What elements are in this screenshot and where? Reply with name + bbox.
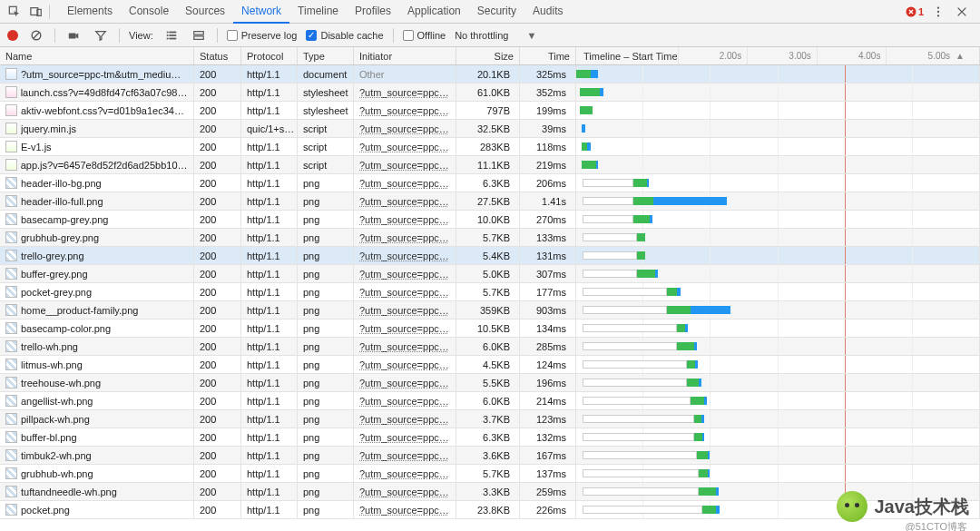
view-list-icon[interactable] bbox=[162, 26, 181, 44]
request-initiator[interactable]: ?utm_source=ppc… bbox=[359, 305, 449, 316]
request-protocol: http/1.1 bbox=[241, 338, 298, 355]
table-row[interactable]: pocket.png200http/1.1png?utm_source=ppc…… bbox=[0, 501, 980, 519]
col-time[interactable]: Time bbox=[520, 47, 576, 64]
request-initiator[interactable]: ?utm_source=ppc… bbox=[359, 414, 449, 425]
kebab-menu-icon[interactable] bbox=[929, 3, 947, 21]
table-row[interactable]: home__product-family.png200http/1.1png?u… bbox=[0, 301, 980, 320]
request-protocol: http/1.1 bbox=[241, 447, 298, 464]
request-initiator[interactable]: ?utm_source=ppc… bbox=[359, 287, 449, 298]
request-name: header-illo-bg.png bbox=[21, 178, 102, 189]
table-row[interactable]: grubhub-grey.png200http/1.1png?utm_sourc… bbox=[0, 229, 980, 247]
request-initiator[interactable]: ?utm_source=ppc… bbox=[359, 251, 449, 261]
request-initiator[interactable]: ?utm_source=ppc… bbox=[359, 341, 449, 352]
col-size[interactable]: Size bbox=[456, 47, 520, 64]
record-button[interactable] bbox=[7, 30, 18, 41]
table-row[interactable]: app.js?v=6457e8d52f2d6ad25bb10c…200http/… bbox=[0, 156, 980, 174]
table-row[interactable]: grubhub-wh.png200http/1.1png?utm_source=… bbox=[0, 465, 980, 483]
col-waterfall[interactable]: Timeline – Start Time 2.00s3.00s4.00s5.0… bbox=[576, 47, 980, 64]
request-initiator[interactable]: ?utm_source=ppc… bbox=[359, 450, 449, 461]
request-initiator[interactable]: ?utm_source=ppc… bbox=[359, 123, 449, 134]
table-row[interactable]: trello-grey.png200http/1.1png?utm_source… bbox=[0, 247, 980, 265]
watermark-subtext: @51CTO博客 bbox=[906, 520, 967, 531]
request-initiator[interactable]: ?utm_source=ppc… bbox=[359, 378, 449, 388]
request-initiator[interactable]: ?utm_source=ppc… bbox=[359, 269, 449, 280]
clear-icon[interactable] bbox=[27, 26, 45, 44]
table-row[interactable]: angellist-wh.png200http/1.1png?utm_sourc… bbox=[0, 392, 980, 410]
tab-security[interactable]: Security bbox=[469, 0, 524, 24]
table-row[interactable]: aktiv-webfont.css?v=d01b9a1ec347…200http… bbox=[0, 102, 980, 120]
table-row[interactable]: trello-wh.png200http/1.1png?utm_source=p… bbox=[0, 338, 980, 356]
table-row[interactable]: header-illo-full.png200http/1.1png?utm_s… bbox=[0, 192, 980, 211]
request-type: png bbox=[298, 192, 354, 210]
request-initiator[interactable]: ?utm_source=ppc… bbox=[359, 323, 449, 334]
col-status[interactable]: Status bbox=[194, 47, 241, 64]
tab-audits[interactable]: Audits bbox=[524, 0, 571, 24]
timing-bar-hollow bbox=[583, 433, 693, 441]
table-row[interactable]: buffer-bl.png200http/1.1png?utm_source=p… bbox=[0, 428, 980, 447]
offline-checkbox[interactable]: Offline bbox=[403, 30, 446, 41]
inspect-icon[interactable] bbox=[5, 3, 24, 21]
table-row[interactable]: timbuk2-wh.png200http/1.1png?utm_source=… bbox=[0, 447, 980, 465]
request-initiator[interactable]: ?utm_source=ppc… bbox=[359, 178, 449, 189]
table-row[interactable]: launch.css?v=49d8fd47cf63a07c986…200http… bbox=[0, 84, 980, 102]
request-name: header-illo-full.png bbox=[21, 196, 103, 207]
camera-icon[interactable] bbox=[64, 26, 83, 44]
tab-network[interactable]: Network bbox=[233, 0, 289, 24]
request-initiator[interactable]: ?utm_source=ppc… bbox=[359, 105, 449, 116]
request-initiator[interactable]: ?utm_source=ppc… bbox=[359, 432, 449, 443]
error-badge[interactable]: 1 bbox=[906, 6, 924, 17]
col-name[interactable]: Name bbox=[0, 47, 194, 64]
waterfall-cell bbox=[576, 65, 980, 83]
svg-rect-8 bbox=[69, 33, 76, 38]
tab-elements[interactable]: Elements bbox=[59, 0, 121, 24]
request-time: 903ms bbox=[520, 301, 576, 319]
disable-cache-checkbox[interactable]: Disable cache bbox=[306, 30, 383, 41]
file-type-icon bbox=[5, 86, 17, 98]
tab-profiles[interactable]: Profiles bbox=[347, 0, 399, 24]
load-event-line bbox=[845, 410, 846, 428]
col-protocol[interactable]: Protocol bbox=[241, 47, 298, 64]
request-status: 200 bbox=[194, 283, 241, 300]
table-row[interactable]: treehouse-wh.png200http/1.1png?utm_sourc… bbox=[0, 374, 980, 392]
tab-console[interactable]: Console bbox=[121, 0, 177, 24]
table-row[interactable]: buffer-grey.png200http/1.1png?utm_source… bbox=[0, 265, 980, 283]
preserve-log-checkbox[interactable]: Preserve log bbox=[227, 30, 298, 41]
table-row[interactable]: basecamp-color.png200http/1.1png?utm_sou… bbox=[0, 320, 980, 338]
request-type: png bbox=[298, 410, 354, 428]
request-initiator[interactable]: ?utm_source=ppc… bbox=[359, 232, 449, 243]
table-row[interactable]: pillpack-wh.png200http/1.1png?utm_source… bbox=[0, 410, 980, 428]
request-initiator[interactable]: ?utm_source=ppc… bbox=[359, 396, 449, 407]
request-initiator[interactable]: ?utm_source=ppc… bbox=[359, 87, 449, 98]
request-initiator[interactable]: ?utm_source=ppc… bbox=[359, 214, 449, 225]
request-protocol: http/1.1 bbox=[241, 320, 298, 337]
table-row[interactable]: E-v1.js200http/1.1script?utm_source=ppc…… bbox=[0, 138, 980, 156]
tab-timeline[interactable]: Timeline bbox=[289, 0, 347, 24]
filter-icon[interactable] bbox=[92, 26, 110, 44]
timing-bar-hollow bbox=[583, 197, 633, 205]
request-initiator[interactable]: ?utm_source=ppc… bbox=[359, 142, 449, 152]
throttling-select[interactable]: No throttling ▼ bbox=[455, 30, 536, 41]
col-type[interactable]: Type bbox=[298, 47, 354, 64]
request-name: basecamp-grey.png bbox=[21, 214, 108, 225]
table-row[interactable]: litmus-wh.png200http/1.1png?utm_source=p… bbox=[0, 356, 980, 374]
col-initiator[interactable]: Initiator bbox=[354, 47, 456, 64]
request-initiator[interactable]: ?utm_source=ppc… bbox=[359, 487, 449, 497]
device-toggle-icon[interactable] bbox=[27, 3, 45, 21]
request-initiator[interactable]: ?utm_source=ppc… bbox=[359, 196, 449, 207]
tab-sources[interactable]: Sources bbox=[177, 0, 233, 24]
request-initiator[interactable]: ?utm_source=ppc… bbox=[359, 505, 449, 516]
table-row[interactable]: header-illo-bg.png200http/1.1png?utm_sou… bbox=[0, 174, 980, 192]
table-row[interactable]: basecamp-grey.png200http/1.1png?utm_sour… bbox=[0, 211, 980, 229]
request-initiator[interactable]: ?utm_source=ppc… bbox=[359, 468, 449, 479]
table-row[interactable]: tuftandneedle-wh.png200http/1.1png?utm_s… bbox=[0, 483, 980, 501]
table-row[interactable]: jquery.min.js200quic/1+s…script?utm_sour… bbox=[0, 120, 980, 138]
tab-application[interactable]: Application bbox=[399, 0, 469, 24]
table-row[interactable]: ?utm_source=ppc-tm&utm_medium…200http/1.… bbox=[0, 65, 980, 84]
table-row[interactable]: pocket-grey.png200http/1.1png?utm_source… bbox=[0, 283, 980, 301]
devtools-menu-bar: ElementsConsoleSourcesNetworkTimelinePro… bbox=[0, 0, 980, 24]
request-initiator[interactable]: ?utm_source=ppc… bbox=[359, 160, 449, 171]
request-initiator[interactable]: ?utm_source=ppc… bbox=[359, 359, 449, 370]
request-protocol: http/1.1 bbox=[241, 247, 298, 264]
close-icon[interactable] bbox=[953, 3, 971, 21]
view-large-icon[interactable] bbox=[190, 26, 208, 44]
